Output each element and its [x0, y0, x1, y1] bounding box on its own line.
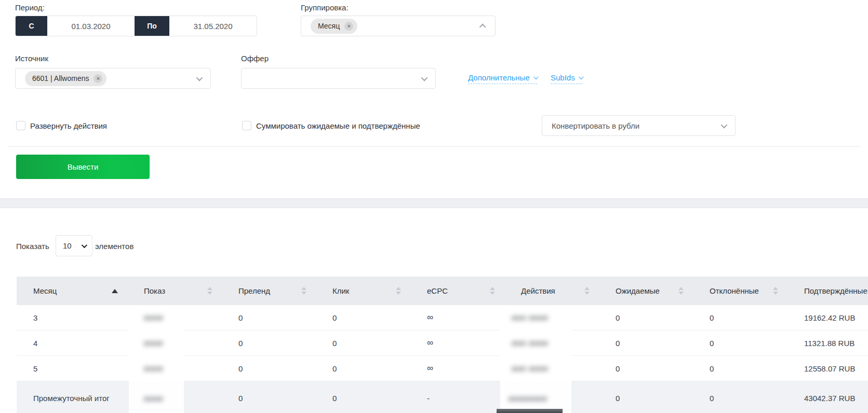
items-label: элементов [95, 242, 133, 251]
cell-confirmed: 19162.42 RUB [787, 305, 868, 330]
column-label: Клик [332, 286, 349, 295]
divider [8, 146, 860, 147]
period-from-addon: С [16, 16, 47, 36]
cell-declined: 0 [693, 381, 787, 413]
additional-filters-link[interactable]: Дополнительные [468, 73, 537, 84]
column-header-month[interactable]: Месяц [17, 277, 127, 305]
cell-actions-redacted [504, 305, 599, 330]
cell-shows-redacted [127, 356, 222, 381]
sort-icon [773, 287, 778, 295]
cell-month: 3 [17, 305, 127, 330]
source-tag: 6601 | Allwomens × [25, 71, 106, 86]
cell-month: 5 [17, 356, 127, 381]
cell-click: 0 [316, 305, 410, 330]
cell-actions-redacted [504, 381, 599, 413]
cell-ecpc: ∞ [410, 356, 504, 381]
submit-button[interactable]: Вывести [16, 155, 150, 179]
stats-table: Месяц Показ Преленд Клик eCPC [17, 277, 868, 413]
cell-click: 0 [316, 331, 410, 355]
cell-declined: 0 [693, 305, 787, 330]
expand-actions-label: Развернуть действия [30, 121, 107, 130]
chevron-down-icon [196, 74, 203, 81]
sort-icon [490, 287, 495, 295]
chevron-down-icon [533, 74, 539, 79]
remove-tag-icon[interactable]: × [94, 74, 102, 83]
cell-prelend: 0 [222, 356, 316, 381]
sort-icon [584, 287, 590, 295]
page-size-value: 10 [63, 241, 72, 250]
column-header-confirmed[interactable]: Подтверждённые [787, 277, 868, 305]
column-label: eCPC [427, 286, 448, 295]
source-label: Источник [15, 54, 48, 63]
offer-select[interactable] [241, 68, 436, 89]
results-panel: Показать 10 элементов Месяц Показ Прелен… [0, 208, 868, 413]
cell-prelend: 0 [222, 331, 316, 355]
sort-icon [301, 287, 306, 295]
filters-panel: Период: С По Группировка: Месяц × Источн… [0, 0, 868, 198]
column-label: Месяц [33, 286, 57, 295]
table-header-row: Месяц Показ Преленд Клик eCPC [17, 277, 868, 305]
table-row: 3 0 0 ∞ 0 0 19162.42 RUB [17, 305, 868, 331]
period-to-addon: По [135, 16, 169, 36]
redaction-scrollbar [497, 409, 563, 413]
cell-declined: 0 [693, 356, 787, 381]
cell-prelend: 0 [222, 381, 316, 413]
chevron-down-icon [579, 74, 584, 79]
sort-icon [207, 287, 212, 295]
sort-icon [396, 287, 401, 295]
column-header-prelend[interactable]: Преленд [222, 277, 316, 305]
chevron-up-icon [479, 23, 486, 30]
cell-expected: 0 [599, 356, 693, 381]
grouping-tag-label: Месяц [318, 22, 340, 30]
cell-actions-redacted [504, 331, 599, 355]
section-separator [0, 198, 868, 208]
date-to-input[interactable] [169, 16, 257, 36]
source-multiselect[interactable]: 6601 | Allwomens × [15, 68, 211, 89]
column-label: Ожидаемые [616, 286, 660, 295]
date-from-input[interactable] [47, 16, 135, 36]
cell-ecpc: ∞ [410, 305, 504, 330]
column-header-ecpc[interactable]: eCPC [410, 277, 504, 305]
cell-ecpc: ∞ [410, 331, 504, 355]
grouping-tag: Месяц × [311, 19, 357, 34]
chevron-down-icon [421, 74, 428, 81]
cell-click: 0 [316, 356, 410, 381]
page-size-select[interactable]: 10 [56, 235, 92, 256]
period-label: Период: [15, 3, 45, 12]
cell-shows-redacted [127, 305, 222, 330]
sum-expected-confirmed-checkbox[interactable]: Суммировать ожидаемые и подтверждённые [242, 121, 420, 130]
currency-convert-select[interactable]: Конвертировать в рубли [542, 115, 736, 136]
table-row: 4 0 0 ∞ 0 0 11321.88 RUB [17, 331, 868, 356]
grouping-multiselect[interactable]: Месяц × [301, 16, 496, 36]
column-label: Действия [521, 286, 555, 295]
cell-declined: 0 [693, 331, 787, 355]
currency-convert-value: Конвертировать в рубли [552, 121, 639, 130]
cell-shows-redacted [127, 381, 222, 413]
show-label: Показать [16, 242, 49, 251]
column-header-actions[interactable]: Действия [504, 277, 599, 305]
checkbox-icon [16, 121, 25, 130]
sort-asc-icon [112, 289, 118, 293]
cell-ecpc: - [410, 381, 504, 413]
subids-link[interactable]: SubIds [551, 73, 582, 84]
additional-filters-label: Дополнительные [468, 73, 530, 82]
remove-tag-icon[interactable]: × [344, 22, 353, 31]
column-header-click[interactable]: Клик [316, 277, 410, 305]
column-header-declined[interactable]: Отклонённые [693, 277, 787, 305]
cell-shows-redacted [127, 331, 222, 355]
chevron-down-icon [82, 242, 87, 247]
grouping-label: Группировка: [301, 3, 349, 12]
cell-month: 4 [17, 331, 127, 355]
offer-label: Оффер [241, 54, 269, 63]
checkbox-icon [242, 121, 251, 130]
cell-prelend: 0 [222, 305, 316, 330]
column-header-expected[interactable]: Ожидаемые [599, 277, 693, 305]
sort-icon [678, 287, 684, 295]
column-label: Преленд [238, 286, 270, 295]
subids-label: SubIds [551, 73, 575, 82]
column-header-shows[interactable]: Показ [127, 277, 222, 305]
table-subtotal-row: Промежуточный итог 0 0 - 0 0 43042.37 RU… [17, 381, 868, 413]
cell-confirmed: 11321.88 RUB [787, 331, 868, 355]
expand-actions-checkbox[interactable]: Развернуть действия [16, 121, 107, 130]
cell-confirmed: 43042.37 RUB [787, 381, 868, 413]
